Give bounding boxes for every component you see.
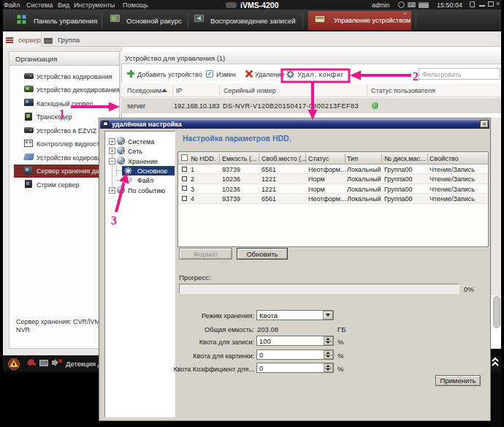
svg-text:2: 2 (413, 70, 419, 83)
svg-text:1: 1 (59, 107, 65, 120)
svg-text:3: 3 (111, 214, 117, 227)
